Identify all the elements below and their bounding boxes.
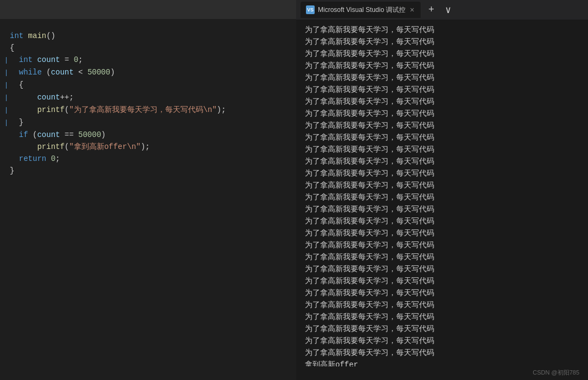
- code-text: {: [10, 42, 14, 54]
- code-line-2: {: [0, 42, 296, 54]
- code-line-7: | printf("为了拿高新我要每天学习，每天写代码\n");: [0, 104, 296, 116]
- terminal-footer: CSDN @初阳785: [296, 366, 588, 380]
- output-line: 为了拿高新我要每天学习，每天写代码: [305, 203, 579, 215]
- output-line: 为了拿高新我要每天学习，每天写代码: [305, 251, 579, 263]
- tab-dropdown-button[interactable]: ∨: [442, 4, 454, 16]
- code-text: int count = 0;: [10, 54, 83, 66]
- code-line-3: | int count = 0;: [0, 54, 296, 66]
- code-editor: int main() { | int count = 0; | while (c…: [0, 0, 296, 380]
- editor-content: int main() { | int count = 0; | while (c…: [0, 24, 296, 182]
- terminal-output: 为了拿高新我要每天学习，每天写代码为了拿高新我要每天学习，每天写代码为了拿高新我…: [296, 20, 588, 366]
- output-line: 为了拿高新我要每天学习，每天写代码: [305, 96, 579, 108]
- vs-icon: VS: [306, 5, 315, 14]
- output-line: 为了拿高新我要每天学习，每天写代码: [305, 311, 579, 323]
- terminal-panel: VS Microsoft Visual Studio 调试控 × + ∨ 为了拿…: [296, 0, 588, 380]
- output-line: 为了拿高新我要每天学习，每天写代码: [305, 132, 579, 144]
- output-line: 为了拿高新我要每天学习，每天写代码: [305, 120, 579, 132]
- output-line: 为了拿高新我要每天学习，每天写代码: [305, 144, 579, 155]
- code-line-8: | }: [0, 116, 296, 129]
- line-indicator: |: [4, 79, 9, 91]
- editor-toolbar: [0, 0, 296, 19]
- terminal-tab-bar: VS Microsoft Visual Studio 调试控 × + ∨: [296, 0, 588, 20]
- code-line-5: | {: [0, 79, 296, 91]
- output-line: 为了拿高新我要每天学习，每天写代码: [305, 155, 579, 167]
- output-line: 为了拿高新我要每天学习，每天写代码: [305, 287, 579, 299]
- terminal-tab-close[interactable]: ×: [409, 5, 415, 14]
- code-text: printf("拿到高新offer\n");: [10, 141, 150, 153]
- output-line: 为了拿高新我要每天学习，每天写代码: [305, 24, 579, 36]
- output-final-line: 拿到高新offer: [305, 359, 579, 366]
- code-text: if (count == 50000): [10, 129, 105, 141]
- line-indicator: |: [4, 117, 9, 129]
- code-text: int main(): [10, 30, 55, 42]
- code-text: while (count < 50000): [10, 66, 115, 78]
- code-line-10: printf("拿到高新offer\n");: [0, 141, 296, 153]
- output-line: 为了拿高新我要每天学习，每天写代码: [305, 179, 579, 191]
- output-line: 为了拿高新我要每天学习，每天写代码: [305, 84, 579, 96]
- output-line: 为了拿高新我要每天学习，每天写代码: [305, 227, 579, 239]
- code-line-1: int main(): [0, 30, 296, 42]
- output-line: 为了拿高新我要每天学习，每天写代码: [305, 191, 579, 203]
- output-line: 为了拿高新我要每天学习，每天写代码: [305, 215, 579, 227]
- output-line: 为了拿高新我要每天学习，每天写代码: [305, 323, 579, 335]
- output-line: 为了拿高新我要每天学习，每天写代码: [305, 108, 579, 120]
- output-line: 为了拿高新我要每天学习，每天写代码: [305, 335, 579, 347]
- line-indicator: |: [4, 104, 9, 116]
- code-line-11: return 0;: [0, 153, 296, 165]
- output-line: 为了拿高新我要每天学习，每天写代码: [305, 275, 579, 287]
- line-indicator: |: [4, 92, 9, 104]
- output-line: 为了拿高新我要每天学习，每天写代码: [305, 48, 579, 60]
- code-text: return 0;: [10, 153, 60, 165]
- line-indicator: |: [4, 54, 9, 66]
- code-line-12: }: [0, 165, 296, 177]
- code-text: count++;: [10, 91, 74, 103]
- code-line-9: if (count == 50000): [0, 129, 296, 141]
- code-line-6: | count++;: [0, 91, 296, 104]
- terminal-tab[interactable]: VS Microsoft Visual Studio 调试控 ×: [301, 2, 421, 18]
- output-line: 为了拿高新我要每天学习，每天写代码: [305, 299, 579, 311]
- code-text: {: [10, 79, 23, 91]
- watermark-text: CSDN @初阳785: [533, 369, 579, 376]
- output-line: 为了拿高新我要每天学习，每天写代码: [305, 347, 579, 359]
- code-text: printf("为了拿高新我要每天学习，每天写代码\n");: [10, 104, 226, 116]
- code-line-4: | while (count < 50000): [0, 66, 296, 79]
- add-tab-button[interactable]: +: [425, 4, 437, 15]
- code-text: }: [10, 116, 23, 128]
- output-line: 为了拿高新我要每天学习，每天写代码: [305, 72, 579, 84]
- output-line: 为了拿高新我要每天学习，每天写代码: [305, 60, 579, 72]
- output-line: 为了拿高新我要每天学习，每天写代码: [305, 239, 579, 251]
- code-text: }: [10, 165, 14, 177]
- line-indicator: |: [4, 67, 9, 79]
- output-line: 为了拿高新我要每天学习，每天写代码: [305, 36, 579, 48]
- output-line: 为了拿高新我要每天学习，每天写代码: [305, 167, 579, 179]
- output-line: 为了拿高新我要每天学习，每天写代码: [305, 263, 579, 275]
- terminal-tab-label: Microsoft Visual Studio 调试控: [318, 5, 405, 15]
